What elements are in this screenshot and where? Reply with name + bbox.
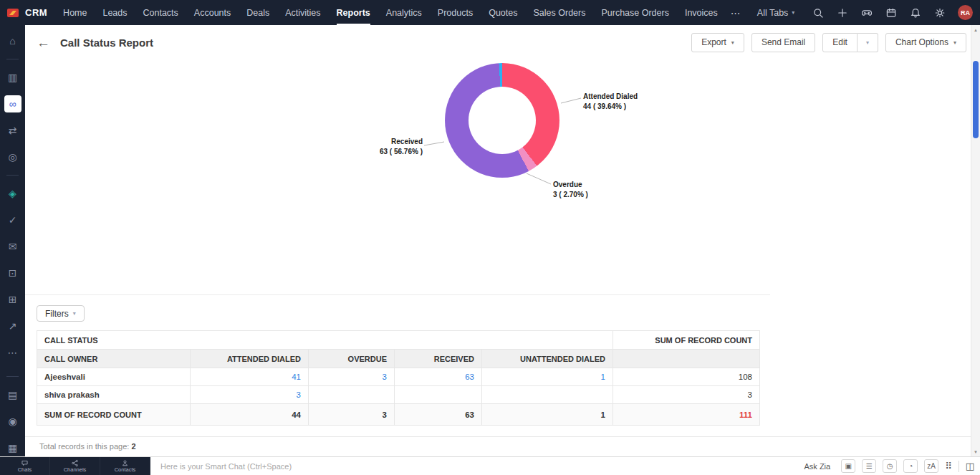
sidebar-item-more[interactable]: ⋯ [4,344,21,361]
callout-attended-dialed: Attended Dialed 44 ( 39.64% ) [583,92,638,112]
bottom-tools: Ask Zia ▣ ☰ ◷ ◔ zA ⠿ ◫ [804,457,980,475]
nav-item-quotes[interactable]: Quotes [489,0,517,25]
gamification-icon[interactable] [860,6,873,19]
edit-button[interactable]: Edit [822,33,858,52]
chevron-down-icon: ▾ [73,310,76,317]
apps-grid-icon[interactable]: ⠿ [945,461,952,471]
sidebar-item-linked-report[interactable]: ∞ [4,95,21,112]
nav-item-sales-orders[interactable]: Sales Orders [534,0,586,25]
smart-chat-input[interactable] [160,462,804,471]
send-email-button[interactable]: Send Email [751,33,815,52]
drilldown-link[interactable]: 3 [383,373,387,381]
sidebar-item-calendar-panel[interactable]: ▦ [4,439,21,456]
filters-button[interactable]: Filters ▾ [37,305,85,322]
drilldown-link[interactable]: 41 [292,373,301,381]
contacts-button[interactable]: Contacts [100,457,150,475]
callout-label: Overdue [553,180,588,190]
cell-overdue [309,386,395,404]
donut-chart[interactable] [445,63,559,178]
filters-row: Filters ▾ [25,295,971,322]
cell-owner: shiva prakash [37,386,191,404]
chevron-down-icon: ▾ [953,39,956,46]
col-unattended-dialed[interactable]: UNATTENDED DIALED [482,350,613,368]
settings-gear-icon[interactable] [933,6,946,19]
drilldown-link[interactable]: 63 [465,373,474,381]
edit-split-button: Edit ▾ [822,33,878,52]
scroll-up-arrow[interactable]: ▲ [971,25,980,34]
cell-received[interactable]: 63 [395,368,482,386]
nav-item-analytics[interactable]: Analytics [386,0,422,25]
scroll-down-arrow[interactable]: ▼ [971,447,980,456]
sidebar-item-tags[interactable]: ◈ [4,185,21,202]
sidebar-item-mail[interactable]: ✉ [4,238,21,255]
side-panel-icon[interactable]: ◫ [966,461,974,471]
brand-label: CRM [25,7,47,18]
chevron-down-icon: ▾ [792,9,794,16]
back-arrow-icon[interactable]: ← [37,36,50,49]
sidebar-item-flow[interactable]: ⇄ [4,122,21,139]
nav-item-contacts[interactable]: Contacts [143,0,178,25]
export-label: Export [701,37,726,47]
all-tabs-label: All Tabs [757,8,789,18]
add-plus-icon[interactable] [836,6,848,19]
cell-unattended-dialed[interactable]: 1 [482,368,613,386]
nav-item-home[interactable]: Home [63,0,87,25]
nav-item-reports[interactable]: Reports [337,0,370,25]
ask-zia-button[interactable]: Ask Zia [804,462,830,471]
col-blank [613,350,760,368]
export-button[interactable]: Export ▾ [691,33,744,52]
callout-label: Attended Dialed [583,92,638,102]
channels-button[interactable]: Channels [50,457,100,475]
vertical-scrollbar[interactable]: ▲ ▼ [971,25,980,456]
cell-attended-dialed[interactable]: 41 [191,368,309,386]
drilldown-link[interactable]: 3 [297,390,301,399]
group-header-call-status: CALL STATUS [37,331,613,350]
edit-label: Edit [832,37,847,47]
sidebar-item-presentation[interactable]: ⊡ [4,264,21,282]
scrollbar-thumb[interactable] [973,61,979,138]
sidebar-item-home[interactable]: ⌂ [4,32,21,49]
cell-attended-dialed[interactable]: 3 [191,386,309,404]
nav-more-button[interactable]: ⋯ [731,7,741,19]
calendar-icon[interactable] [885,6,897,19]
nav-item-purchase-orders[interactable]: Purchase Orders [601,0,668,25]
col-call-owner[interactable]: CALL OWNER [37,350,191,368]
search-icon[interactable] [812,6,824,19]
sidebar-item-explore[interactable]: ◉ [4,413,21,430]
cell-overdue[interactable]: 3 [309,368,395,386]
sidebar-item-target-search[interactable]: ◎ [4,148,21,165]
smart-chat-wrap [150,457,804,475]
nav-item-invoices[interactable]: Invoices [685,0,718,25]
nav-item-products[interactable]: Products [438,0,473,25]
contact-card-icon[interactable]: ▣ [841,459,855,473]
notes-list-icon[interactable]: ☰ [862,459,876,473]
all-tabs-dropdown[interactable]: All Tabs ▾ [757,8,795,18]
main-nav: Home Leads Contacts Accounts Deals Activ… [63,0,718,25]
edit-dropdown-button[interactable]: ▾ [858,33,878,52]
col-attended-dialed[interactable]: ATTENDED DIALED [191,350,309,368]
sidebar-item-notes[interactable]: ▤ [4,386,21,403]
drilldown-link[interactable]: 1 [601,373,605,381]
sidebar-item-export-share[interactable]: ↗ [4,317,21,335]
nav-item-accounts[interactable]: Accounts [194,0,231,25]
zoho-crm-logo[interactable] [0,0,25,25]
sum-attended-dialed: 44 [191,404,309,426]
user-avatar[interactable]: RA [958,5,973,20]
nav-item-activities[interactable]: Activities [285,0,320,25]
chats-button[interactable]: Chats [0,457,50,475]
recent-items-icon[interactable]: ◷ [883,459,897,473]
col-overdue[interactable]: OVERDUE [309,350,395,368]
sidebar-item-apps-grid[interactable]: ⊞ [4,291,21,308]
nav-item-leads[interactable]: Leads [102,0,127,25]
table-row: Ajeeshvali 41 3 63 1 108 [37,368,760,386]
sidebar-item-reports[interactable]: ▥ [4,69,21,86]
nav-item-deals[interactable]: Deals [246,0,269,25]
translate-icon[interactable]: zA [924,459,938,473]
cell-total: 108 [613,368,760,386]
reminders-icon[interactable]: ◔ [903,459,918,473]
sidebar-item-approvals[interactable]: ✓ [4,211,21,229]
report-table-wrap: CALL STATUS SUM OF RECORD COUNT CALL OWN… [25,322,971,426]
notifications-bell-icon[interactable] [909,6,921,19]
chart-options-button[interactable]: Chart Options ▾ [885,33,966,52]
col-received[interactable]: RECEIVED [395,350,482,368]
